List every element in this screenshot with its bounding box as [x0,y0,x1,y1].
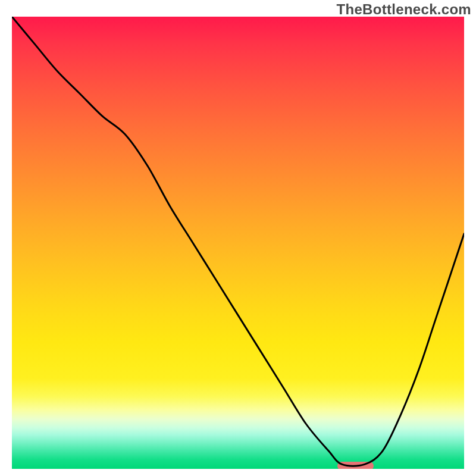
watermark-text: TheBottleneck.com [337,1,471,18]
bottleneck-curve-path [12,17,464,466]
bottleneck-curve [12,17,464,469]
chart-plot-area [12,17,464,469]
